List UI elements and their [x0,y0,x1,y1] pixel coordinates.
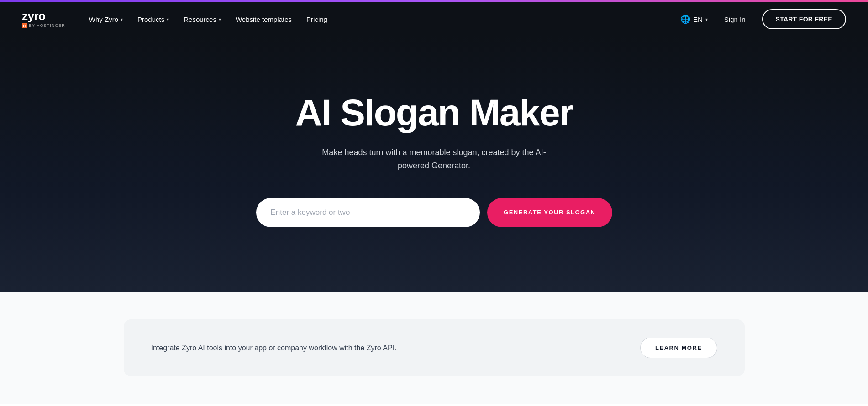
keyword-input[interactable] [256,198,480,227]
hostinger-icon: H [22,23,27,28]
nav-item-products[interactable]: Products ▾ [132,12,174,27]
navbar: zyro H BY HOSTINGER Why Zyro ▾ Products … [0,2,868,36]
nav-item-pricing[interactable]: Pricing [301,12,333,27]
learn-more-button[interactable]: LEARN MORE [640,338,717,358]
language-selector[interactable]: 🌐 EN ▾ [680,14,708,24]
hero-section: AI Slogan Maker Make heads turn with a m… [0,36,868,292]
logo-sub: H BY HOSTINGER [22,23,65,28]
nav-item-website-templates[interactable]: Website templates [230,12,297,27]
globe-icon: 🌐 [680,14,690,24]
nav-item-why-zyro[interactable]: Why Zyro ▾ [84,12,128,27]
chevron-down-icon: ▾ [121,17,123,22]
start-for-free-button[interactable]: START FOR FREE [762,9,847,29]
navbar-right: 🌐 EN ▾ Sign In START FOR FREE [680,9,846,29]
bottom-section: Integrate Zyro AI tools into your app or… [0,292,868,404]
nav-item-resources[interactable]: Resources ▾ [178,12,226,27]
chevron-down-icon: ▾ [167,17,169,22]
chevron-down-icon: ▾ [705,17,708,22]
generate-slogan-button[interactable]: GENERATE YOUR SLOGAN [487,198,612,227]
navbar-left: zyro H BY HOSTINGER Why Zyro ▾ Products … [22,10,333,28]
sign-in-button[interactable]: Sign In [719,12,751,27]
hero-subtitle: Make heads turn with a memorable slogan,… [320,146,548,172]
api-banner: Integrate Zyro AI tools into your app or… [124,319,745,376]
api-banner-text: Integrate Zyro AI tools into your app or… [151,344,397,352]
chevron-down-icon: ▾ [219,17,221,22]
search-row: GENERATE YOUR SLOGAN [256,198,612,227]
logo[interactable]: zyro H BY HOSTINGER [22,10,65,28]
logo-name: zyro [22,10,45,22]
nav-menu: Why Zyro ▾ Products ▾ Resources ▾ Websit… [84,12,333,27]
hero-title: AI Slogan Maker [295,92,573,133]
